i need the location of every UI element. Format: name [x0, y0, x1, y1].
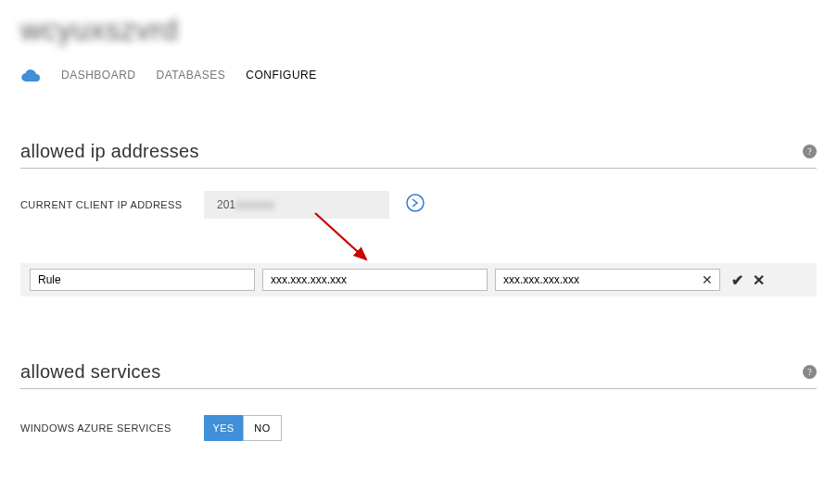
section-title-allowed-services: allowed services: [20, 361, 161, 383]
azure-yes-button[interactable]: YES: [204, 415, 243, 441]
section-allowed-ip: allowed ip addresses ? CURRENT CLIENT IP…: [20, 141, 817, 296]
current-client-ip-value: 201xxxxxxx: [204, 191, 389, 219]
tab-configure[interactable]: CONFIGURE: [246, 65, 317, 85]
azure-services-toggle: YES NO: [204, 415, 282, 441]
section-allowed-services: allowed services ? WINDOWS AZURE SERVICE…: [20, 361, 817, 441]
ip-rule-row: ✕ ✔ ✕: [20, 263, 817, 296]
azure-services-label: WINDOWS AZURE SERVICES: [20, 422, 184, 434]
help-icon[interactable]: ?: [803, 365, 817, 383]
start-ip-input[interactable]: [262, 269, 488, 291]
current-client-ip-label: CURRENT CLIENT IP ADDRESS: [20, 199, 184, 210]
azure-no-button[interactable]: NO: [243, 415, 282, 441]
cloud-icon: [20, 68, 41, 82]
page-title: wcyuxszvrd: [20, 13, 817, 47]
tab-databases[interactable]: DATABASES: [157, 65, 226, 85]
add-current-ip-button[interactable]: [406, 194, 425, 216]
tab-bar: DASHBOARD DATABASES CONFIGURE: [20, 64, 817, 85]
cancel-rule-icon[interactable]: ✕: [753, 271, 765, 289]
ip-blurred: xxxxxxx: [235, 198, 274, 211]
svg-text:?: ?: [807, 146, 812, 157]
svg-point-2: [407, 195, 424, 211]
rule-name-input[interactable]: [30, 269, 255, 291]
svg-text:?: ?: [807, 367, 812, 377]
section-title-allowed-ip: allowed ip addresses: [20, 141, 199, 162]
confirm-rule-icon[interactable]: ✔: [731, 271, 743, 289]
ip-prefix: 201: [217, 198, 235, 211]
clear-end-ip-icon[interactable]: ✕: [698, 272, 717, 287]
end-ip-input[interactable]: [495, 269, 720, 291]
tab-dashboard[interactable]: DASHBOARD: [61, 65, 136, 85]
help-icon[interactable]: ?: [803, 145, 817, 162]
